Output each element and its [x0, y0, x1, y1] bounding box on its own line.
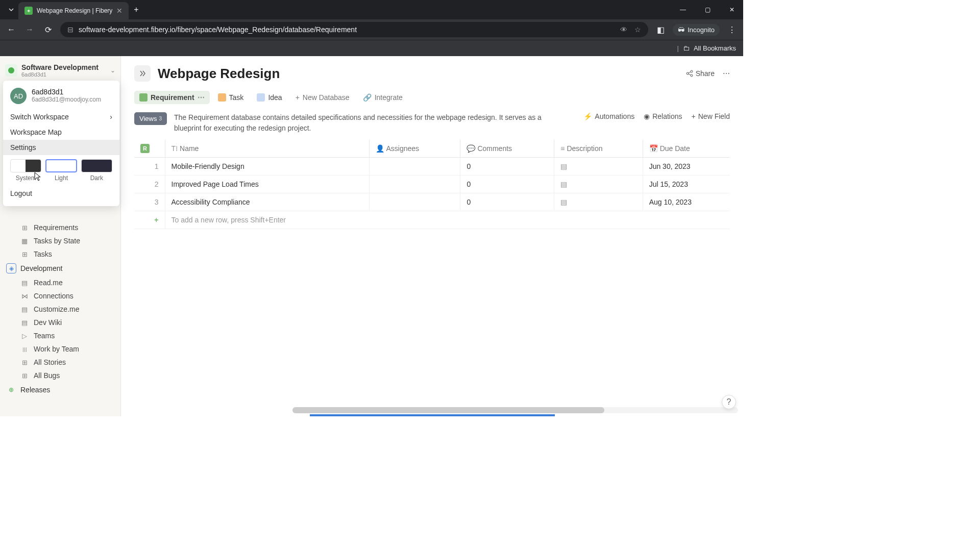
- forward-button[interactable]: →: [23, 25, 36, 34]
- play-icon: ▷: [20, 332, 29, 340]
- scrollbar-thumb[interactable]: [292, 407, 604, 413]
- sidebar-item-work-by-team[interactable]: ⫼Work by Team: [0, 342, 120, 356]
- tab-search-dropdown[interactable]: [4, 3, 18, 17]
- address-bar[interactable]: ⊟ software-development.fibery.io/fibery/…: [60, 22, 648, 37]
- theme-label: System: [16, 174, 36, 182]
- table-row[interactable]: 1 Mobile-Friendly Design 0 ▤ Jun 30, 202…: [134, 158, 730, 176]
- help-button[interactable]: ?: [722, 395, 736, 409]
- cell-due-date[interactable]: Jul 15, 2023: [643, 176, 730, 193]
- theme-thumb-system: [10, 159, 41, 172]
- cell-comments[interactable]: 0: [460, 176, 554, 193]
- sidebar-item-tasks-by-state[interactable]: ▦Tasks by State: [0, 234, 120, 247]
- theme-dark[interactable]: Dark: [81, 159, 112, 182]
- workspace-switcher[interactable]: Software Development 6ad8d3d1 ⌄: [0, 60, 120, 81]
- relations-button[interactable]: ◉Relations: [644, 112, 682, 120]
- cell-assignees[interactable]: [369, 193, 460, 211]
- cell-comments[interactable]: 0: [460, 158, 554, 176]
- maximize-button[interactable]: ▢: [700, 6, 715, 13]
- database-tabs: Requirement ⋯ Task Idea + New Database 🔗…: [134, 91, 730, 104]
- add-row[interactable]: + To add a new row, press Shift+Enter: [134, 211, 730, 229]
- close-window-button[interactable]: ✕: [725, 6, 739, 13]
- sidebar-item-all-bugs[interactable]: ⊞All Bugs: [0, 369, 120, 382]
- bookmark-star-icon[interactable]: ☆: [634, 26, 641, 34]
- sidebar-group-development[interactable]: ◈ Development: [0, 261, 120, 276]
- workspace-map-item[interactable]: Workspace Map: [3, 124, 119, 140]
- more-menu-icon[interactable]: ⋯: [723, 69, 730, 78]
- share-button[interactable]: Share: [686, 69, 715, 78]
- col-name[interactable]: T⁞Name: [165, 140, 369, 158]
- database-description[interactable]: The Requirement database contains detail…: [174, 112, 547, 134]
- cell-due-date[interactable]: Aug 10, 2023: [643, 193, 730, 211]
- cell-description[interactable]: ▤: [554, 158, 643, 176]
- col-description[interactable]: ≡Description: [554, 140, 643, 158]
- theme-system[interactable]: System: [10, 159, 41, 182]
- document-icon: ▤: [20, 279, 29, 287]
- new-tab-button[interactable]: +: [134, 5, 138, 14]
- switch-workspace-item[interactable]: Switch Workspace ›: [3, 109, 119, 124]
- tab-task[interactable]: Task: [213, 91, 249, 104]
- minimize-button[interactable]: —: [676, 6, 690, 13]
- incognito-badge[interactable]: 🕶 Incognito: [673, 24, 720, 36]
- side-panel-icon[interactable]: ◧: [654, 25, 667, 35]
- col-assignees[interactable]: 👤Assignees: [369, 140, 460, 158]
- all-bookmarks-link[interactable]: All Bookmarks: [694, 44, 736, 52]
- sidebar-group-releases[interactable]: ⊕ Releases: [0, 382, 120, 397]
- cell-name[interactable]: Accessibility Compliance: [165, 193, 369, 211]
- sidebar-item-teams[interactable]: ▷Teams: [0, 329, 120, 342]
- views-button[interactable]: Views 3: [134, 112, 167, 125]
- col-label: Comments: [477, 144, 512, 153]
- cell-comments[interactable]: 0: [460, 193, 554, 211]
- logout-item[interactable]: Logout: [3, 186, 119, 201]
- db-icon-requirement: [139, 93, 148, 102]
- settings-item[interactable]: Settings: [3, 140, 119, 155]
- eye-off-icon[interactable]: 👁: [620, 26, 627, 34]
- calendar-icon: 📅: [649, 144, 658, 153]
- sidebar-item-all-stories[interactable]: ⊞All Stories: [0, 356, 120, 369]
- cell-due-date[interactable]: Jun 30, 2023: [643, 158, 730, 176]
- integrate-button[interactable]: 🔗 Integrate: [358, 91, 408, 104]
- table-row[interactable]: 2 Improved Page Load Times 0 ▤ Jul 15, 2…: [134, 176, 730, 193]
- tab-idea[interactable]: Idea: [252, 91, 287, 104]
- automations-button[interactable]: ⚡Automations: [583, 112, 634, 120]
- cell-description[interactable]: ▤: [554, 176, 643, 193]
- browser-menu-icon[interactable]: ⋮: [726, 25, 738, 35]
- sidebar-item-label: Customize.me: [34, 305, 79, 313]
- url-text: software-development.fibery.io/fibery/sp…: [79, 26, 357, 34]
- sidebar-item-readme[interactable]: ▤Read.me: [0, 276, 120, 289]
- cell-assignees[interactable]: [369, 158, 460, 176]
- browser-tab[interactable]: ✦ Webpage Redesign | Fibery ✕: [18, 2, 129, 19]
- col-label: Description: [567, 144, 602, 153]
- taskbar-indicator: [310, 414, 555, 416]
- table-row[interactable]: 3 Accessibility Compliance 0 ▤ Aug 10, 2…: [134, 193, 730, 211]
- back-button[interactable]: ←: [5, 25, 17, 34]
- sidebar-item-label: Requirements: [34, 223, 78, 232]
- sidebar-item-tasks[interactable]: ⊞Tasks: [0, 247, 120, 261]
- new-field-button[interactable]: +New Field: [692, 112, 730, 120]
- cell-description[interactable]: ▤: [554, 193, 643, 211]
- theme-light[interactable]: Light: [45, 159, 77, 182]
- cell-assignees[interactable]: [369, 176, 460, 193]
- sidebar-item-requirements[interactable]: ⊞Requirements: [0, 221, 120, 234]
- views-label: Views: [139, 115, 157, 122]
- tab-more-icon[interactable]: ⋯: [198, 93, 205, 102]
- site-info-icon[interactable]: ⊟: [67, 26, 74, 34]
- horizontal-scrollbar[interactable]: [292, 407, 738, 413]
- document-icon: ▤: [20, 306, 29, 313]
- sidebar-item-customize[interactable]: ▤Customize.me: [0, 303, 120, 316]
- sidebar-item-connections[interactable]: ⋈Connections: [0, 289, 120, 303]
- sidebar-item-label: Tasks by State: [34, 237, 80, 245]
- col-label: Due Date: [660, 144, 690, 153]
- new-database-button[interactable]: + New Database: [290, 91, 355, 104]
- menu-label: Workspace Map: [10, 128, 62, 136]
- action-label: New Field: [698, 112, 730, 120]
- col-comments[interactable]: 💬Comments: [460, 140, 554, 158]
- cell-name[interactable]: Mobile-Friendly Design: [165, 158, 369, 176]
- col-due-date[interactable]: 📅Due Date: [643, 140, 730, 158]
- close-tab-icon[interactable]: ✕: [116, 7, 122, 15]
- cell-name[interactable]: Improved Page Load Times: [165, 176, 369, 193]
- reload-button[interactable]: ⟳: [42, 25, 54, 35]
- document-icon: ▤: [560, 198, 567, 206]
- tab-requirement[interactable]: Requirement ⋯: [134, 91, 210, 104]
- collapse-sidebar-button[interactable]: [134, 65, 151, 82]
- sidebar-item-dev-wiki[interactable]: ▤Dev Wiki: [0, 316, 120, 329]
